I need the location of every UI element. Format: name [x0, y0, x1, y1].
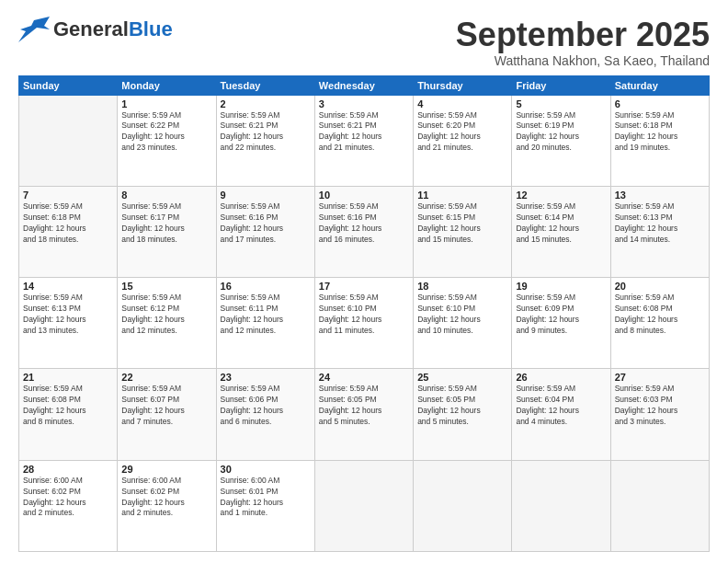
svg-marker-0: [18, 17, 50, 42]
day-info: Sunrise: 6:00 AM Sunset: 6:02 PM Dayligh…: [121, 476, 211, 520]
table-row: [314, 460, 413, 551]
table-row: 23Sunrise: 5:59 AM Sunset: 6:06 PM Dayli…: [216, 369, 314, 460]
day-info: Sunrise: 5:59 AM Sunset: 6:04 PM Dayligh…: [516, 384, 606, 428]
day-number: 29: [121, 464, 211, 475]
table-row: 5Sunrise: 5:59 AM Sunset: 6:19 PM Daylig…: [512, 95, 610, 186]
day-number: 28: [23, 464, 113, 475]
day-info: Sunrise: 5:59 AM Sunset: 6:06 PM Dayligh…: [221, 384, 311, 428]
day-info: Sunrise: 5:59 AM Sunset: 6:11 PM Dayligh…: [221, 293, 311, 337]
day-info: Sunrise: 5:59 AM Sunset: 6:09 PM Dayligh…: [516, 293, 606, 337]
table-row: 17Sunrise: 5:59 AM Sunset: 6:10 PM Dayli…: [314, 278, 413, 369]
table-row: 28Sunrise: 6:00 AM Sunset: 6:02 PM Dayli…: [19, 460, 118, 551]
table-row: 27Sunrise: 5:59 AM Sunset: 6:03 PM Dayli…: [610, 369, 709, 460]
col-wednesday: Wednesday: [314, 75, 413, 95]
table-row: [19, 95, 118, 186]
day-number: 8: [121, 190, 211, 201]
table-row: 30Sunrise: 6:00 AM Sunset: 6:01 PM Dayli…: [216, 460, 314, 551]
day-info: Sunrise: 5:59 AM Sunset: 6:19 PM Dayligh…: [516, 110, 606, 155]
table-row: 8Sunrise: 5:59 AM Sunset: 6:17 PM Daylig…: [118, 186, 216, 277]
day-info: Sunrise: 6:00 AM Sunset: 6:01 PM Dayligh…: [221, 476, 311, 520]
calendar-week-row: 21Sunrise: 5:59 AM Sunset: 6:08 PM Dayli…: [19, 369, 710, 460]
day-info: Sunrise: 5:59 AM Sunset: 6:07 PM Dayligh…: [121, 384, 211, 428]
day-info: Sunrise: 5:59 AM Sunset: 6:13 PM Dayligh…: [615, 201, 705, 246]
day-number: 30: [221, 464, 311, 475]
day-number: 18: [417, 281, 507, 292]
table-row: 6Sunrise: 5:59 AM Sunset: 6:18 PM Daylig…: [610, 95, 709, 186]
day-number: 5: [516, 98, 606, 109]
day-number: 23: [221, 372, 311, 383]
day-number: 6: [615, 98, 705, 109]
day-info: Sunrise: 5:59 AM Sunset: 6:08 PM Dayligh…: [23, 384, 113, 428]
location: Watthana Nakhon, Sa Kaeo, Thailand: [456, 53, 710, 68]
day-info: Sunrise: 5:59 AM Sunset: 6:20 PM Dayligh…: [417, 110, 507, 155]
day-info: Sunrise: 5:59 AM Sunset: 6:13 PM Dayligh…: [23, 293, 113, 337]
day-info: Sunrise: 5:59 AM Sunset: 6:21 PM Dayligh…: [319, 110, 409, 155]
day-info: Sunrise: 5:59 AM Sunset: 6:08 PM Dayligh…: [615, 293, 705, 337]
table-row: 10Sunrise: 5:59 AM Sunset: 6:16 PM Dayli…: [314, 186, 413, 277]
calendar-header-row: Sunday Monday Tuesday Wednesday Thursday…: [19, 75, 710, 95]
day-number: 26: [516, 372, 606, 383]
table-row: 16Sunrise: 5:59 AM Sunset: 6:11 PM Dayli…: [216, 278, 314, 369]
logo-bird-icon: [18, 17, 50, 42]
table-row: [414, 460, 512, 551]
day-info: Sunrise: 5:59 AM Sunset: 6:18 PM Dayligh…: [615, 110, 705, 155]
table-row: 21Sunrise: 5:59 AM Sunset: 6:08 PM Dayli…: [19, 369, 118, 460]
col-saturday: Saturday: [610, 75, 709, 95]
day-number: 20: [615, 281, 705, 292]
table-row: 25Sunrise: 5:59 AM Sunset: 6:05 PM Dayli…: [414, 369, 512, 460]
day-number: 22: [121, 372, 211, 383]
table-row: 3Sunrise: 5:59 AM Sunset: 6:21 PM Daylig…: [314, 95, 413, 186]
day-number: 13: [615, 190, 705, 201]
day-info: Sunrise: 5:59 AM Sunset: 6:18 PM Dayligh…: [23, 201, 113, 246]
day-info: Sunrise: 5:59 AM Sunset: 6:21 PM Dayligh…: [221, 110, 311, 155]
day-info: Sunrise: 5:59 AM Sunset: 6:05 PM Dayligh…: [417, 384, 507, 428]
day-number: 21: [23, 372, 113, 383]
day-info: Sunrise: 6:00 AM Sunset: 6:02 PM Dayligh…: [23, 476, 113, 520]
day-number: 4: [417, 98, 507, 109]
day-number: 14: [23, 281, 113, 292]
day-number: 25: [417, 372, 507, 383]
day-number: 3: [319, 98, 409, 109]
day-number: 2: [221, 98, 311, 109]
col-friday: Friday: [512, 75, 610, 95]
month-title: September 2025: [456, 17, 710, 53]
day-info: Sunrise: 5:59 AM Sunset: 6:14 PM Dayligh…: [516, 201, 606, 246]
table-row: [610, 460, 709, 551]
col-tuesday: Tuesday: [216, 75, 314, 95]
table-row: 22Sunrise: 5:59 AM Sunset: 6:07 PM Dayli…: [118, 369, 216, 460]
day-number: 15: [121, 281, 211, 292]
table-row: 18Sunrise: 5:59 AM Sunset: 6:10 PM Dayli…: [414, 278, 512, 369]
day-info: Sunrise: 5:59 AM Sunset: 6:17 PM Dayligh…: [121, 201, 211, 246]
table-row: 4Sunrise: 5:59 AM Sunset: 6:20 PM Daylig…: [414, 95, 512, 186]
day-info: Sunrise: 5:59 AM Sunset: 6:05 PM Dayligh…: [319, 384, 409, 428]
table-row: 13Sunrise: 5:59 AM Sunset: 6:13 PM Dayli…: [610, 186, 709, 277]
day-info: Sunrise: 5:59 AM Sunset: 6:16 PM Dayligh…: [221, 201, 311, 246]
day-number: 10: [319, 190, 409, 201]
calendar-week-row: 1Sunrise: 5:59 AM Sunset: 6:22 PM Daylig…: [19, 95, 710, 186]
table-row: 29Sunrise: 6:00 AM Sunset: 6:02 PM Dayli…: [118, 460, 216, 551]
table-row: 9Sunrise: 5:59 AM Sunset: 6:16 PM Daylig…: [216, 186, 314, 277]
calendar-table: Sunday Monday Tuesday Wednesday Thursday…: [18, 75, 710, 552]
day-number: 27: [615, 372, 705, 383]
title-block: September 2025 Watthana Nakhon, Sa Kaeo,…: [456, 17, 710, 68]
col-thursday: Thursday: [414, 75, 512, 95]
day-info: Sunrise: 5:59 AM Sunset: 6:15 PM Dayligh…: [417, 201, 507, 246]
day-info: Sunrise: 5:59 AM Sunset: 6:22 PM Dayligh…: [121, 110, 211, 155]
day-info: Sunrise: 5:59 AM Sunset: 6:10 PM Dayligh…: [319, 293, 409, 337]
day-number: 17: [319, 281, 409, 292]
table-row: 7Sunrise: 5:59 AM Sunset: 6:18 PM Daylig…: [19, 186, 118, 277]
day-info: Sunrise: 5:59 AM Sunset: 6:12 PM Dayligh…: [121, 293, 211, 337]
table-row: 14Sunrise: 5:59 AM Sunset: 6:13 PM Dayli…: [19, 278, 118, 369]
logo-text: GeneralBlue: [53, 17, 173, 41]
table-row: 15Sunrise: 5:59 AM Sunset: 6:12 PM Dayli…: [118, 278, 216, 369]
calendar-week-row: 14Sunrise: 5:59 AM Sunset: 6:13 PM Dayli…: [19, 278, 710, 369]
table-row: 24Sunrise: 5:59 AM Sunset: 6:05 PM Dayli…: [314, 369, 413, 460]
day-number: 24: [319, 372, 409, 383]
day-info: Sunrise: 5:59 AM Sunset: 6:10 PM Dayligh…: [417, 293, 507, 337]
calendar-week-row: 7Sunrise: 5:59 AM Sunset: 6:18 PM Daylig…: [19, 186, 710, 277]
logo: GeneralBlue: [18, 17, 173, 42]
page: GeneralBlue September 2025 Watthana Nakh…: [0, 0, 728, 563]
calendar-week-row: 28Sunrise: 6:00 AM Sunset: 6:02 PM Dayli…: [19, 460, 710, 551]
day-number: 16: [221, 281, 311, 292]
table-row: 1Sunrise: 5:59 AM Sunset: 6:22 PM Daylig…: [118, 95, 216, 186]
